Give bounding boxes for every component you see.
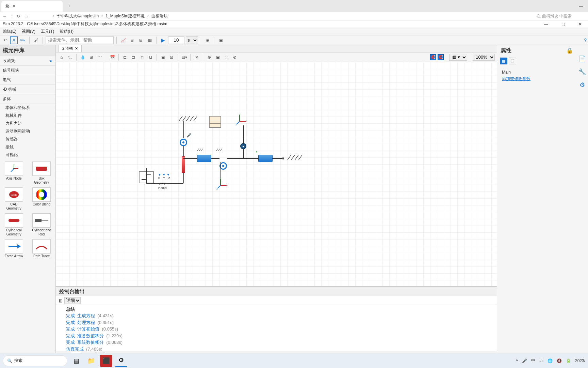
comp-color-blend[interactable]: Color Blend <box>29 187 54 211</box>
comp-force-arrow[interactable]: Force Arrow <box>1 239 27 258</box>
tool-expand-icon[interactable]: ⊡ <box>168 53 175 61</box>
tool-align1-icon[interactable]: ⊏ <box>121 53 129 61</box>
tool-align3-icon[interactable]: ⊓ <box>138 53 146 61</box>
rigid-body[interactable] <box>197 155 211 162</box>
recorder-icon[interactable]: ⬛ <box>100 355 112 367</box>
tool-window-icon[interactable]: ▣ <box>217 36 225 44</box>
comp-cylindrical[interactable]: Cylindrical Geometry <box>1 213 27 236</box>
breadcrumb-item[interactable]: 曲柄滑块 <box>151 13 168 19</box>
model-canvas[interactable]: ///// YXZ 🎤 ▼ ▼ ▼ X Y Z In <box>56 62 497 286</box>
eraser-icon[interactable]: ◧ <box>59 298 62 303</box>
wrench-icon[interactable]: 🔧 <box>578 68 586 76</box>
tool-probe-icon[interactable]: ◉ <box>204 36 211 44</box>
tool-calendar-icon[interactable]: 📅 <box>109 53 116 61</box>
inertial-frame[interactable]: ▼ ▼ ▼ X Y Z Inertial <box>158 173 172 190</box>
tree-contact[interactable]: 接触 <box>0 143 55 151</box>
revolute-joint[interactable] <box>180 139 187 146</box>
comp-axis-node[interactable]: Axis Node <box>1 162 27 185</box>
unit-select[interactable]: s <box>186 36 198 44</box>
mass-block[interactable]: ● <box>240 143 246 149</box>
tool-wave-icon[interactable]: 〰 <box>96 53 103 61</box>
tool-view-icon[interactable]: ▦ <box>146 36 153 44</box>
magnet2-icon[interactable]: 🧲 <box>438 54 444 60</box>
axis-frame-bottom[interactable]: YXZ <box>216 178 228 189</box>
layout-select[interactable]: ▦ ▾ <box>449 54 467 61</box>
taskbar-search[interactable]: 🔍 搜索 <box>3 355 67 366</box>
tray-date[interactable]: 2023/ <box>575 358 585 363</box>
tree-joints[interactable]: 运动副和运动 <box>0 127 55 135</box>
tree-visual[interactable]: 可视化 <box>0 151 55 159</box>
lib-multibody[interactable]: 多体 <box>0 94 55 104</box>
tool-chart-icon[interactable]: 📈 <box>119 36 127 44</box>
tree-force[interactable]: 力和力矩 <box>0 120 55 127</box>
tool-align4-icon[interactable]: ⊔ <box>147 53 154 61</box>
tool-subsys-icon[interactable]: ▤▾ <box>180 53 188 61</box>
view-tab-list[interactable]: ☰ <box>509 58 516 64</box>
tool-target-icon[interactable]: ⊕ <box>206 53 213 61</box>
tool-table-icon[interactable]: ⊟ <box>137 36 145 44</box>
nav-icon[interactable]: t.. <box>66 53 74 61</box>
document-icon[interactable]: 📄 <box>578 55 586 63</box>
minimize-button[interactable]: — <box>541 22 551 27</box>
rigid-body[interactable] <box>258 155 273 162</box>
back-icon[interactable]: ← <box>3 14 7 19</box>
home-icon[interactable]: ⌂ <box>58 53 65 61</box>
tool-grid2-icon[interactable]: ⊞ <box>87 53 95 61</box>
tool-undo-icon[interactable]: ↶ <box>1 36 9 44</box>
lock-icon[interactable]: 🔒 <box>566 47 573 54</box>
help-icon[interactable]: ? <box>584 37 587 43</box>
magnet1-icon[interactable]: 🧲 <box>430 54 436 60</box>
tray-ime[interactable]: 中 <box>531 358 535 364</box>
comp-box-geometry[interactable]: Box Geometry <box>29 162 54 185</box>
maplesim-icon[interactable]: ⚙ <box>115 355 127 367</box>
detail-select[interactable]: 详细 <box>64 297 81 304</box>
minimize-icon[interactable]: — <box>579 4 583 9</box>
tool-box2-icon[interactable]: ▢ <box>223 53 230 61</box>
tray-globe-icon[interactable]: 🌐 <box>548 358 553 363</box>
menu-view[interactable]: 视图(V) <box>22 29 35 34</box>
probe-icon[interactable]: 🎤 <box>186 133 192 138</box>
tree-mech-comp[interactable]: 机械组件 <box>0 112 55 120</box>
lib-signal[interactable]: 信号模块 <box>0 66 55 75</box>
tool-fmv-icon[interactable]: fmv <box>19 36 27 44</box>
tool-align2-icon[interactable]: ⊐ <box>130 53 137 61</box>
add-params-link[interactable]: 添加或修改参数 <box>502 76 572 82</box>
gear-icon[interactable]: ⚙ <box>579 81 585 89</box>
comp-path-trace[interactable]: Path Trace <box>29 239 54 258</box>
tool-shuffle-icon[interactable]: ✕ <box>193 53 200 61</box>
tree-body-frame[interactable]: 本体和坐标系 <box>0 104 55 112</box>
doc-tab[interactable]: 2.滑槽 ✕ <box>59 45 82 52</box>
tool-paint-icon[interactable]: 🖌 <box>32 36 40 44</box>
task-view-icon[interactable]: ▤ <box>70 355 82 367</box>
tray-volume-icon[interactable]: 🔇 <box>557 358 562 363</box>
lib-favorites[interactable]: 收藏夹 ★ <box>0 56 55 66</box>
tool-forbidden-icon[interactable]: ⊘ <box>231 53 239 61</box>
tool-box1-icon[interactable]: ▣ <box>214 53 222 61</box>
browser-tab[interactable]: 块 ✕ <box>1 1 63 12</box>
time-input[interactable] <box>168 36 184 44</box>
tray-battery-icon[interactable]: 🔋 <box>566 358 571 363</box>
axis-frame[interactable]: YXZ <box>235 114 247 125</box>
up-icon[interactable]: ↑ <box>11 14 13 19</box>
menu-edit[interactable]: 编辑(E) <box>3 29 16 34</box>
breadcrumb-item[interactable]: 华中科技大学maplesim <box>57 13 99 19</box>
maximize-button[interactable]: ▢ <box>558 22 568 27</box>
tray-chevron-icon[interactable]: ^ <box>516 358 518 363</box>
table-block[interactable] <box>209 116 221 128</box>
close-icon[interactable]: ✕ <box>12 4 16 9</box>
add-tab-button[interactable]: + <box>65 2 73 10</box>
tool-drop-icon[interactable]: 💧 <box>79 53 86 61</box>
menu-tools[interactable]: 工具(T) <box>41 29 54 34</box>
body-vertical[interactable] <box>182 156 185 173</box>
zoom-select[interactable]: 100% <box>473 54 495 61</box>
tray-mic-icon[interactable]: 🎤 <box>522 358 527 363</box>
comp-cylinder-rod[interactable]: Cylinder and Rod <box>29 213 54 236</box>
play-button[interactable]: ▶ <box>159 36 167 44</box>
lib-mech[interactable]: -D 机械 <box>0 85 55 94</box>
tree-sensors[interactable]: 传感器 <box>0 135 55 143</box>
comp-cad-geometry[interactable]: CAD CAD Geometry <box>1 187 27 211</box>
close-icon[interactable]: ✕ <box>75 46 78 51</box>
breadcrumb-item[interactable]: 1_MapleSim建模环境 <box>105 13 145 19</box>
tool-grid-icon[interactable]: ⊞ <box>128 36 136 44</box>
menu-help[interactable]: 帮助(H) <box>60 29 74 34</box>
